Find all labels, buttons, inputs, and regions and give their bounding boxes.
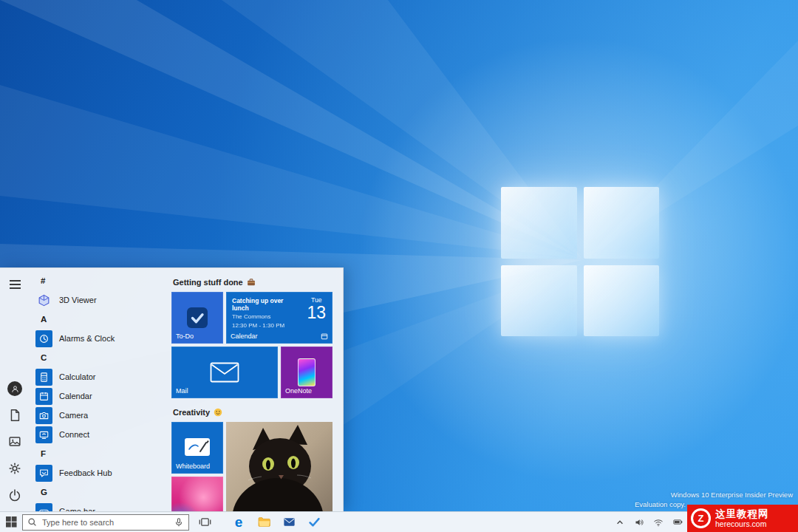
app-item-connect[interactable]: Connect — [35, 425, 167, 444]
show-hidden-icons-button[interactable] — [612, 518, 628, 527]
site-logo: Z — [691, 508, 711, 528]
tile-group-productivity[interactable]: Getting stuff done — [173, 276, 256, 289]
site-logo-letter: Z — [693, 511, 709, 526]
app-item-alarms-clock[interactable]: Alarms & Clock — [35, 329, 167, 348]
section-c[interactable]: C — [35, 348, 167, 367]
app-item-feedback-hub[interactable]: Feedback Hub — [35, 463, 167, 482]
pictures-icon — [7, 434, 22, 449]
section-letter: F — [41, 449, 46, 458]
file-explorer-taskbar-button[interactable] — [251, 512, 276, 532]
phone-image — [298, 358, 316, 386]
day-number: 13 — [307, 304, 326, 321]
clock-icon — [35, 330, 52, 347]
group-title: Creativity — [173, 408, 210, 417]
mail-icon — [282, 515, 296, 529]
tile-onenote[interactable]: OneNote — [281, 347, 332, 398]
app-label: Calculator — [59, 372, 96, 381]
app-item-game-bar[interactable]: Game bar — [35, 502, 167, 511]
app-item-calendar[interactable]: Calendar — [35, 386, 167, 406]
camera-icon — [35, 407, 52, 424]
volume-tray-button[interactable] — [631, 517, 647, 528]
app-label: 3D Viewer — [59, 296, 97, 304]
tile-mail[interactable]: Mail — [171, 347, 278, 398]
app-item-camera[interactable]: Camera — [35, 406, 167, 425]
speaker-icon — [634, 517, 644, 528]
envelope-icon — [210, 362, 239, 383]
todo-check-icon — [185, 305, 210, 330]
tile-whiteboard[interactable]: Whiteboard — [171, 422, 223, 474]
tile-label: Whiteboard — [176, 463, 210, 470]
tile-photos[interactable] — [226, 422, 332, 511]
taskbar-search[interactable] — [22, 514, 189, 531]
documents-button[interactable] — [4, 406, 26, 424]
windows-logo-pane — [584, 187, 660, 259]
event-location: The Commons — [232, 313, 296, 321]
document-icon — [7, 408, 22, 423]
event-title: Catching up over lunch — [232, 297, 296, 312]
start-button[interactable] — [0, 512, 22, 532]
group-title: Getting stuff done — [173, 278, 243, 287]
todo-check-taskbar-icon — [307, 515, 321, 529]
user-account-button[interactable] — [4, 380, 26, 398]
app-item-calculator[interactable]: Calculator — [35, 367, 167, 386]
windows-logo-pane — [501, 265, 577, 337]
battery-icon — [672, 516, 683, 528]
game-bar-icon — [35, 503, 52, 512]
app-item-3d-viewer[interactable]: 3D Viewer — [35, 290, 167, 310]
start-menu: # 3D Viewer A Alarms & Clock C Calcul — [0, 267, 344, 511]
expand-menu-button[interactable] — [4, 276, 26, 293]
gear-icon — [7, 461, 22, 476]
section-hash[interactable]: # — [35, 271, 167, 290]
section-a[interactable]: A — [35, 310, 167, 329]
chevron-up-icon — [615, 518, 624, 527]
windows-logo-wallpaper — [501, 187, 659, 336]
windows-logo-pane — [501, 187, 577, 259]
section-g[interactable]: G — [35, 482, 167, 502]
insider-preview-watermark: Windows 10 Enterprise Insider Preview — [671, 491, 793, 499]
app-label: Feedback Hub — [59, 468, 112, 477]
task-view-button[interactable] — [192, 512, 217, 532]
app-label: Alarms & Clock — [59, 334, 115, 343]
microphone-icon[interactable] — [174, 517, 184, 528]
site-domain: herecours.com — [715, 519, 769, 528]
tile-paint-3d[interactable] — [171, 477, 223, 511]
taskbar: e — [0, 511, 798, 532]
pictures-button[interactable] — [4, 433, 26, 451]
tile-todo[interactable]: To-Do — [171, 292, 223, 344]
smiley-icon — [214, 408, 222, 417]
section-letter: G — [41, 488, 47, 497]
tile-label: OneNote — [285, 387, 312, 395]
app-label: Calendar — [59, 392, 92, 400]
app-label: Camera — [59, 411, 88, 420]
evaluation-copy-watermark: Evaluation copy. — [635, 500, 686, 508]
start-tiles: Getting stuff done To-Do Catching up ove… — [167, 268, 343, 511]
site-name: 这里教程网 — [715, 508, 769, 520]
user-avatar-icon — [7, 381, 22, 396]
edge-icon: e — [235, 515, 243, 529]
network-tray-button[interactable] — [650, 517, 666, 528]
whiteboard-icon — [183, 436, 211, 460]
section-f[interactable]: F — [35, 444, 167, 463]
calendar-event: Catching up over lunch The Commons 12:30… — [232, 297, 296, 330]
calculator-icon — [35, 369, 52, 386]
site-watermark-badge: Z 这里教程网 herecours.com — [687, 505, 798, 532]
connect-icon — [35, 426, 52, 443]
todo-taskbar-button[interactable] — [301, 512, 327, 532]
start-app-list: # 3D Viewer A Alarms & Clock C Calcul — [30, 268, 167, 511]
power-button[interactable] — [4, 486, 26, 504]
tile-group-creativity[interactable]: Creativity — [173, 406, 222, 419]
calendar-date: Tue 13 — [307, 296, 326, 321]
tile-label: Calendar — [231, 332, 258, 340]
calendar-icon — [35, 388, 52, 405]
tile-label: To-Do — [176, 332, 194, 340]
search-input[interactable] — [41, 517, 170, 528]
3d-viewer-icon — [35, 292, 52, 309]
battery-tray-button[interactable] — [669, 516, 686, 528]
mail-taskbar-button[interactable] — [276, 512, 301, 532]
edge-taskbar-button[interactable]: e — [226, 512, 251, 532]
start-rail — [0, 268, 30, 511]
tile-calendar[interactable]: Catching up over lunch The Commons 12:30… — [226, 292, 332, 344]
settings-button[interactable] — [4, 460, 26, 477]
power-icon — [7, 488, 22, 502]
feedback-hub-icon — [35, 465, 52, 482]
